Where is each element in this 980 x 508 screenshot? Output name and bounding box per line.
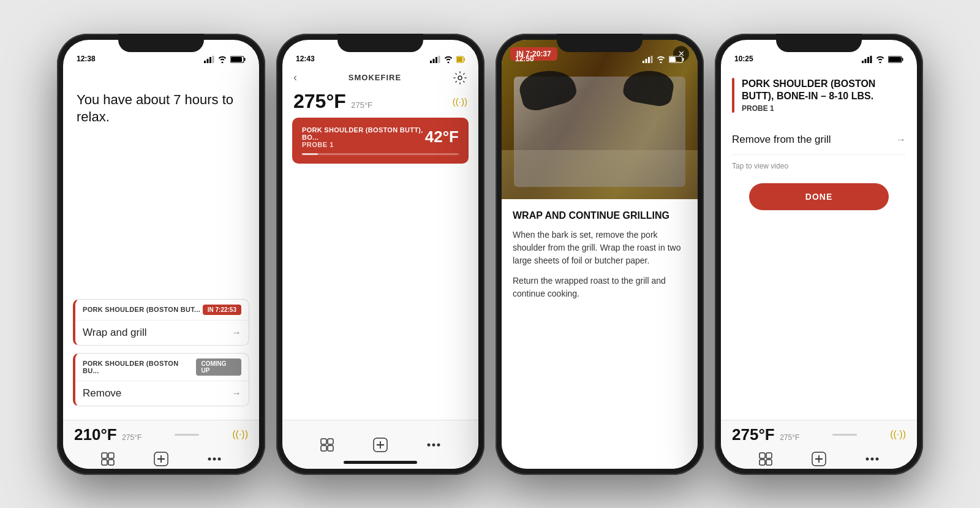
bottom-temp-1: 210°F 275°F bbox=[74, 425, 141, 444]
svg-rect-1 bbox=[207, 59, 209, 63]
step-2-body[interactable]: Remove → bbox=[75, 381, 249, 406]
nav-plus-1[interactable] bbox=[153, 450, 170, 468]
svg-point-34 bbox=[437, 443, 440, 446]
phone-3: 12:50 IN 7:20:37 ✕ bbox=[496, 34, 704, 475]
step-1-title: PORK SHOULDER (BOSTON BUT... bbox=[83, 306, 200, 313]
smokefire-temp: 275°F 275°F bbox=[293, 90, 372, 113]
svg-point-57 bbox=[870, 457, 873, 460]
nav-grid-1[interactable] bbox=[99, 450, 116, 468]
notch-2 bbox=[337, 34, 423, 52]
step-1-body[interactable]: Wrap and grill → bbox=[75, 320, 249, 345]
battery-icon-4 bbox=[888, 56, 903, 63]
status-icons-2 bbox=[430, 56, 465, 63]
svg-point-14 bbox=[208, 457, 211, 460]
signal-icon bbox=[204, 56, 214, 63]
svg-rect-18 bbox=[433, 59, 435, 63]
phone-1: 12:38 You have about 7 hours to relax. P… bbox=[57, 34, 265, 475]
nav-plus-4[interactable] bbox=[810, 450, 827, 468]
step-card-1[interactable]: PORK SHOULDER (BOSTON BUT... IN 7:22:53 … bbox=[73, 299, 249, 346]
svg-rect-5 bbox=[231, 57, 242, 62]
smokefire-temp-bar: 275°F 275°F ((·)) bbox=[282, 88, 478, 118]
svg-point-58 bbox=[875, 457, 878, 460]
svg-point-32 bbox=[427, 443, 430, 446]
scroll-indicator-4 bbox=[832, 434, 857, 436]
step-1-badge: IN 7:22:53 bbox=[203, 305, 241, 315]
svg-rect-6 bbox=[244, 58, 246, 61]
svg-rect-37 bbox=[648, 57, 650, 63]
instruction-title: WRAP AND CONTINUE GRILLING bbox=[513, 210, 687, 221]
wifi-icon-2 bbox=[443, 56, 453, 63]
svg-rect-43 bbox=[865, 59, 867, 63]
done-button[interactable]: DONE bbox=[749, 183, 888, 210]
temp-bar-4: 275°F 275°F ((·)) bbox=[721, 420, 917, 444]
phone-2: 12:43 ‹ SMOKEFIRE 275°F 275°F ((·)) bbox=[276, 34, 484, 475]
nav-plus-2[interactable] bbox=[372, 436, 389, 453]
svg-rect-28 bbox=[328, 445, 333, 451]
time-1: 12:38 bbox=[77, 55, 96, 63]
notch-4 bbox=[776, 34, 862, 52]
scroll-indicator bbox=[175, 434, 199, 436]
svg-rect-22 bbox=[457, 57, 462, 62]
bottom-bar-2 bbox=[282, 420, 478, 469]
svg-rect-2 bbox=[209, 57, 211, 63]
step-card-2[interactable]: PORK SHOULDER (BOSTON BU... COMING UP Re… bbox=[73, 353, 249, 406]
bottom-nav-1 bbox=[63, 444, 259, 468]
svg-rect-9 bbox=[102, 460, 107, 465]
svg-rect-26 bbox=[328, 439, 333, 444]
home-indicator-2 bbox=[344, 461, 417, 464]
nav-grid-2[interactable] bbox=[318, 436, 336, 453]
svg-rect-48 bbox=[902, 58, 903, 61]
tap-video: Tap to view video bbox=[732, 155, 906, 171]
wifi-indicator-4: ((·)) bbox=[890, 429, 906, 440]
battery-icon bbox=[230, 56, 246, 63]
step-card-2-header: PORK SHOULDER (BOSTON BU... COMING UP bbox=[75, 354, 249, 381]
instruction-content: WRAP AND CONTINUE GRILLING When the bark… bbox=[502, 199, 698, 469]
wifi-icon bbox=[217, 56, 227, 63]
svg-point-56 bbox=[865, 457, 869, 460]
temp-bar-1: 210°F 275°F ((·)) bbox=[63, 420, 259, 444]
probe-card[interactable]: PORK SHOULDER (BOSTON BUTT), BO... PROBE… bbox=[292, 118, 469, 164]
screen-content-4: PORK SHOULDER (BOSTON BUTT), BONE-IN – 8… bbox=[721, 67, 917, 420]
svg-rect-3 bbox=[213, 56, 214, 63]
nav-dots-1[interactable] bbox=[206, 450, 223, 468]
svg-point-15 bbox=[213, 457, 216, 460]
svg-rect-45 bbox=[870, 56, 872, 63]
smokefire-title: SMOKEFIRE bbox=[349, 73, 401, 82]
status-icons-1 bbox=[204, 56, 246, 63]
wifi-indicator-2: ((·)) bbox=[453, 96, 467, 107]
settings-icon[interactable] bbox=[453, 70, 467, 85]
recipe-title-block: PORK SHOULDER (BOSTON BUTT), BONE-IN – 8… bbox=[732, 78, 906, 113]
battery-icon-3 bbox=[669, 56, 684, 63]
svg-rect-23 bbox=[464, 58, 466, 61]
signal-icon-2 bbox=[430, 56, 440, 63]
instruction-para-1: When the bark is set, remove the pork sh… bbox=[513, 229, 687, 267]
action-label: Remove from the grill bbox=[732, 134, 831, 146]
notch-1 bbox=[118, 34, 204, 52]
time-3: 12:50 bbox=[515, 55, 534, 63]
step-2-arrow: → bbox=[232, 388, 241, 399]
nav-dots-2[interactable] bbox=[425, 436, 442, 453]
svg-rect-44 bbox=[867, 57, 869, 63]
time-2: 12:43 bbox=[296, 55, 315, 63]
red-border bbox=[732, 78, 734, 113]
nav-dots-4[interactable] bbox=[864, 450, 881, 468]
step-1-arrow: → bbox=[232, 327, 241, 338]
screen-content-2: ‹ SMOKEFIRE 275°F 275°F ((·)) PORK SHOUL… bbox=[282, 67, 478, 420]
action-arrow: → bbox=[896, 134, 906, 145]
svg-point-16 bbox=[217, 457, 221, 460]
smokefire-header: ‹ SMOKEFIRE bbox=[282, 67, 478, 88]
bottom-nav-4 bbox=[721, 444, 917, 468]
svg-rect-52 bbox=[766, 460, 772, 465]
battery-icon-2 bbox=[456, 56, 465, 63]
wifi-indicator-1: ((·)) bbox=[232, 429, 248, 440]
svg-point-33 bbox=[432, 443, 435, 446]
svg-rect-35 bbox=[643, 61, 644, 63]
action-row[interactable]: Remove from the grill → bbox=[732, 125, 906, 155]
nav-grid-4[interactable] bbox=[757, 450, 774, 468]
phone-4: 10:25 PORK SHOULDER (BOSTON BUTT), BONE-… bbox=[715, 34, 923, 475]
instruction-para-2: Return the wrapped roast to the grill an… bbox=[513, 275, 687, 300]
bottom-bar-4: 275°F 275°F ((·)) bbox=[721, 420, 917, 469]
step-1-action: Wrap and grill bbox=[83, 327, 147, 339]
svg-rect-8 bbox=[108, 453, 114, 458]
recipe-probe: PROBE 1 bbox=[742, 104, 906, 113]
